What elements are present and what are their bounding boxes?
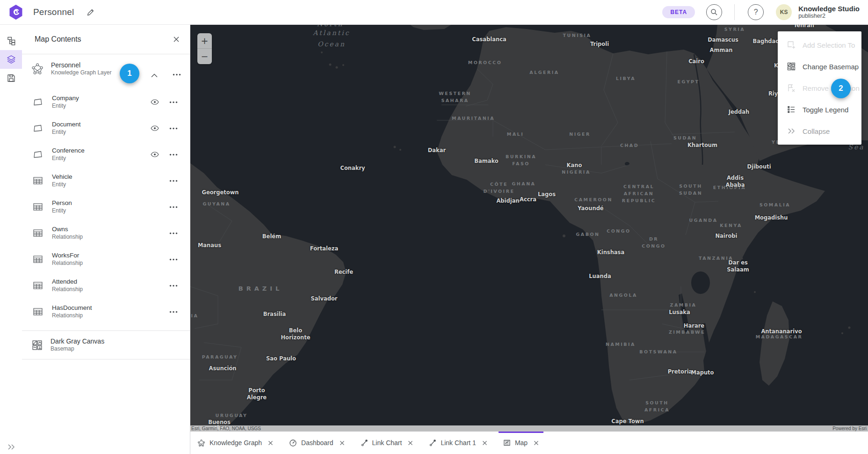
close-icon[interactable] (482, 440, 487, 446)
map-canvas[interactable]: NorthAtlantic OceanSeaTUNISIASYRIAMOROCC… (190, 24, 868, 432)
avatar[interactable]: KS (776, 4, 792, 20)
expand-rail-button[interactable] (0, 444, 22, 450)
map-label-country: EGYPT (678, 78, 700, 85)
item-options-icon[interactable] (169, 206, 178, 208)
search-icon[interactable] (706, 4, 722, 20)
menu-item-change-basemap[interactable]: Change Basemap (778, 56, 861, 77)
tab-map[interactable]: Map (503, 432, 539, 454)
map-label-country: BRAZIL (239, 284, 283, 294)
visibility-eye-icon[interactable] (151, 125, 159, 131)
layer-row-hasdocument[interactable]: HasDocumentRelationship (22, 299, 190, 325)
zoom-in-button[interactable]: + (197, 33, 212, 49)
close-icon[interactable] (340, 440, 345, 446)
map-label-city: Antananarivo (761, 328, 802, 335)
map-label-city: Dakar (428, 147, 446, 154)
tab-dashboard[interactable]: Dashboard (289, 432, 345, 454)
map-label-city: Khartoum (687, 142, 717, 149)
layer-row-vehicle[interactable]: VehicleEntity (22, 168, 190, 194)
map-label-country: UGANDA (689, 217, 717, 224)
menu-item-label: Toggle Legend (803, 106, 848, 114)
map-label-city: Belém (262, 233, 281, 240)
close-icon[interactable] (173, 36, 180, 43)
layer-item-title: HasDocument (52, 304, 169, 312)
polygon-icon (32, 123, 43, 134)
visibility-eye-icon[interactable] (151, 99, 159, 105)
item-options-icon[interactable] (169, 232, 178, 234)
tab-label: Map (515, 439, 528, 447)
attribution-sources: Esri, Garmin, FAO, NOAA, USGS (190, 426, 262, 431)
close-icon[interactable] (268, 440, 273, 446)
map-label-city: Belo Horizonte (281, 327, 310, 341)
layer-row-document[interactable]: DocumentEntity (22, 115, 190, 141)
item-options-icon[interactable] (169, 180, 178, 182)
map-label-country: ANGOLA (609, 292, 637, 299)
tab-knowledge-graph[interactable]: Knowledge Graph (197, 432, 273, 454)
map-label-city: Harare (684, 322, 704, 330)
sidebar-item-map-contents[interactable] (0, 50, 22, 69)
map-label-city: Brasilia (263, 311, 286, 318)
layer-item-type: Entity (52, 103, 151, 110)
map-label-country: BOTSWANA (639, 348, 677, 355)
sidebar-item-hierarchy[interactable] (0, 31, 22, 50)
layer-item-type: Entity (52, 129, 151, 136)
layer-row-worksfor[interactable]: WorksForRelationship (22, 246, 190, 272)
layer-row-personnel[interactable]: Personnel Knowledge Graph Layer (22, 54, 190, 83)
table-icon (32, 254, 43, 265)
layer-row-owns[interactable]: OwnsRelationship (22, 220, 190, 246)
attribution-bar: Esri, Garmin, FAO, NOAA, USGS Powered by… (190, 425, 868, 432)
app-header: Personnel BETA ? KS Knowledge Studio pub… (0, 0, 868, 25)
knowledge-graph-layer-icon (31, 63, 43, 75)
map-label-city: Recife (334, 269, 353, 276)
item-options-icon[interactable] (169, 127, 178, 130)
map-label-country: ZAMBIA (670, 301, 697, 308)
layer-row-conference[interactable]: ConferenceEntity (22, 141, 190, 168)
chevron-up-icon[interactable] (151, 73, 158, 78)
item-options-icon[interactable] (169, 285, 178, 287)
map-label-country: SOUTH SUDAN (679, 183, 702, 197)
visibility-eye-icon[interactable] (151, 152, 159, 157)
map-label-country: SYRIA (724, 26, 745, 33)
menu-item-toggle-legend[interactable]: Toggle Legend (778, 99, 861, 120)
layer-options-icon[interactable] (173, 73, 181, 76)
layer-row-person[interactable]: PersonEntity (22, 194, 190, 220)
help-icon[interactable]: ? (748, 4, 764, 20)
map-label-city: Lusaka (669, 309, 690, 316)
layer-row-company[interactable]: CompanyEntity (22, 89, 190, 115)
menu-item-collapse[interactable]: Collapse (778, 120, 861, 142)
item-options-icon[interactable] (169, 154, 178, 156)
table-icon (32, 280, 43, 291)
tab-link-chart-1[interactable]: Link Chart 1 (429, 432, 487, 454)
close-icon[interactable] (534, 440, 539, 446)
layer-item-type: Relationship (52, 286, 169, 293)
basemap-icon (786, 62, 796, 71)
map-label-country: NAMIBIA (606, 341, 636, 348)
layer-item-type: Entity (52, 155, 151, 162)
map-label-country: CONGO (607, 227, 630, 234)
item-options-icon[interactable] (169, 311, 178, 313)
user-menu[interactable]: Knowledge Studio publisher2 (798, 5, 860, 20)
map-label-city: Lagos (538, 191, 556, 198)
close-icon[interactable] (408, 440, 413, 446)
map-label-city: Buenos (208, 419, 231, 426)
map-label-city: Addis Ababa (726, 175, 745, 189)
map-label-country: URUGUAY (216, 412, 248, 419)
map-label-ocean: North (317, 24, 343, 30)
collapse-icon (786, 128, 796, 134)
map-label-city: Tehran (794, 24, 814, 29)
sidebar-item-save[interactable] (0, 69, 22, 88)
layer-item-title: Company (52, 95, 151, 103)
map-label-city: Asunción (209, 365, 237, 372)
edit-title-pencil-icon[interactable] (86, 8, 95, 17)
map-label-city: Cape Town (611, 418, 644, 425)
item-options-icon[interactable] (169, 101, 178, 103)
map-label-country: PARAGUAY (202, 353, 238, 360)
tab-link-chart[interactable]: Link Chart (361, 432, 413, 454)
zoom-out-button[interactable]: − (197, 49, 212, 64)
basemap-row[interactable]: Dark Gray Canvas Basemap (22, 331, 190, 359)
polygon-icon (32, 149, 43, 160)
tab-label: Knowledge Graph (210, 439, 262, 447)
layer-row-attended[interactable]: AttendedRelationship (22, 272, 190, 299)
item-options-icon[interactable] (169, 258, 178, 261)
map-label-city: Tripoli (590, 41, 609, 48)
map-label-city: Mogadishu (755, 214, 788, 221)
